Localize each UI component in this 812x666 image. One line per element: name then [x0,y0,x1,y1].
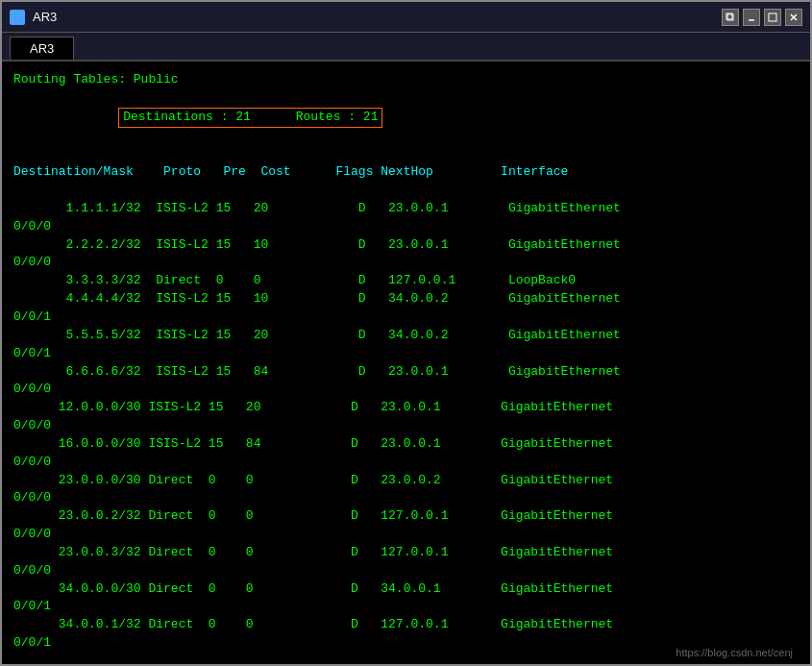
svg-rect-0 [12,12,22,22]
table-row: 6.6.6.6/32 ISIS-L2 15 84 D 23.0.0.1 Giga… [13,363,799,382]
table-row: 2.2.2.2/32 ISIS-L2 15 10 D 23.0.0.1 Giga… [13,236,799,255]
restore-button[interactable] [722,9,739,26]
blank-line-1 [13,145,799,163]
minimize-button[interactable] [743,9,760,26]
table-row: 5.5.5.5/32 ISIS-L2 15 20 D 34.0.0.2 Giga… [13,327,799,345]
table-row-iface: 0/0/1 [13,308,799,327]
table-row: 12.0.0.0/30 ISIS-L2 15 20 D 23.0.0.1 Gig… [13,399,799,417]
destinations-box: Destinations : 21 Routes : 21 [118,108,382,128]
table-row-iface: 0/0/0 [13,562,799,580]
table-row: 23.0.0.2/32 Direct 0 0 D 127.0.0.1 Gigab… [13,507,799,526]
table-row: 3.3.3.3/32 Direct 0 0 D 127.0.0.1 LoopBa… [13,272,799,290]
blank-line-2 [13,182,799,200]
routing-table-header: Routing Tables: Public [13,71,799,89]
table-row-iface: 0/0/0 [13,381,799,399]
app-icon [10,10,25,25]
window-controls [722,9,802,26]
window-title: AR3 [33,10,714,24]
svg-rect-5 [769,13,776,21]
watermark: https://blog.csdn.net/cenj [676,647,793,658]
main-window: AR3 [0,0,812,666]
tab-bar: AR3 [2,33,810,62]
table-row: 16.0.0.0/30 ISIS-L2 15 84 D 23.0.0.1 Gig… [13,435,799,454]
table-row-iface: 0/0/0 [13,218,799,236]
title-bar: AR3 [2,2,810,33]
tab-ar3[interactable]: AR3 [10,37,74,60]
table-row-iface: 0/0/0 [13,489,799,507]
table-row: 4.4.4.4/32 ISIS-L2 15 10 D 34.0.0.2 Giga… [13,290,799,308]
column-headers: Destination/Mask Proto Pre Cost Flags Ne… [13,163,799,182]
table-row: 34.0.0.0/30 Direct 0 0 D 34.0.0.1 Gigabi… [13,580,799,599]
terminal-output[interactable]: Routing Tables: Public Destinations : 21… [2,62,810,664]
table-row: 34.0.0.1/32 Direct 0 0 D 127.0.0.1 Gigab… [13,616,799,634]
table-row: 23.0.0.3/32 Direct 0 0 D 127.0.0.1 Gigab… [13,544,799,562]
content-area: Routing Tables: Public Destinations : 21… [2,62,810,664]
table-row-iface: 0/0/0 [13,454,799,472]
table-row: 23.0.0.0/30 Direct 0 0 D 23.0.0.2 Gigabi… [13,472,799,490]
table-row: 1.1.1.1/32 ISIS-L2 15 20 D 23.0.0.1 Giga… [13,200,799,218]
table-row-iface: 0/0/0 [13,417,799,435]
maximize-button[interactable] [764,9,781,26]
destinations-line: Destinations : 21 Routes : 21 [13,89,799,146]
table-row-iface: 0/0/1 [13,598,799,616]
close-button[interactable] [785,9,802,26]
table-row-iface: 0/0/0 [13,526,799,544]
table-row-iface: 0/0/1 [13,345,799,363]
table-row-iface: 0/0/0 [13,254,799,272]
